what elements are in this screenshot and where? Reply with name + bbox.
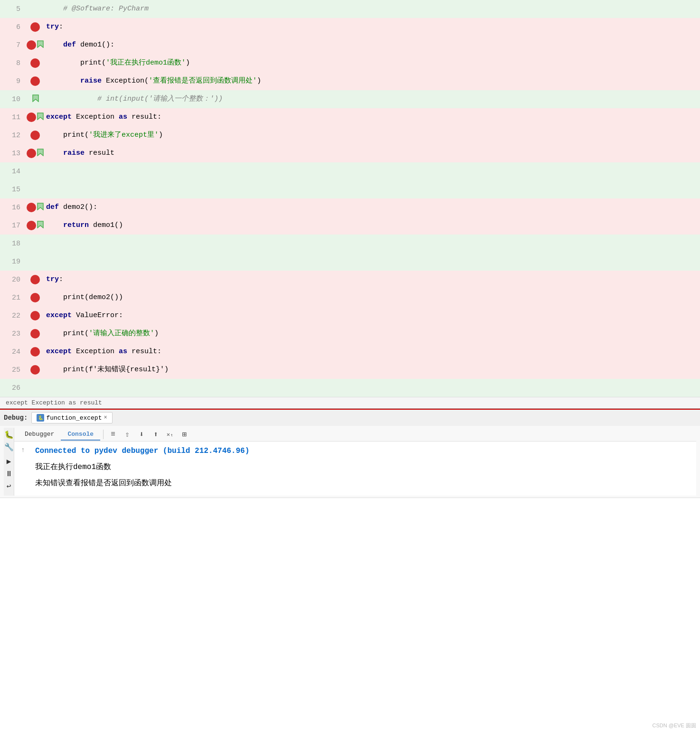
debug-tab-bar: Debug: 🐍 function_except × [0,409,700,426]
breakpoint-dot [30,329,40,338]
breakpoint-area[interactable] [26,221,44,231]
breakpoint-area[interactable] [26,149,44,159]
line-number: 5 [0,5,26,13]
editor-area: 5 # @Software: PyCharm6try:7 def demo1()… [0,0,700,408]
console-arrow: ↑ [21,445,35,454]
debugger-tab[interactable]: Debugger [18,429,61,441]
svg-marker-4 [38,203,43,210]
toolbar-btn-up-arrow[interactable]: ⬆ [149,428,162,441]
console-output: ↑Connected to pydev debugger (build 212.… [14,442,696,496]
code-text: demo1(): [80,41,114,49]
code-line-21: 21 print(demo2()) [0,289,700,307]
line-number: 13 [0,150,26,158]
code-line-14: 14 [0,162,700,180]
code-content [44,169,700,173]
breakpoint-area[interactable] [26,113,44,122]
line-number: 15 [0,186,26,194]
code-content: except Exception as result: [44,110,700,125]
play-icon[interactable]: ▶ [5,457,13,466]
toolbar-btn-close-thread[interactable]: ✕ₜ [163,428,177,441]
code-text: print(f'未知错误{result}') [46,366,169,374]
keyword: def [46,203,63,211]
console-line: 未知错误查看报错是否返回到函数调用处 [21,477,690,493]
line-number: 10 [0,95,26,103]
close-icon[interactable]: × [104,414,107,421]
breakpoint-area[interactable] [26,365,44,375]
breakpoint-area[interactable] [26,131,44,140]
return-icon[interactable]: ↩ [5,482,13,490]
code-text: Exception [76,113,119,121]
keyword: except [46,113,76,121]
breakpoint-area[interactable] [26,293,44,302]
debug-label: Debug: [4,414,28,422]
breakpoint-area[interactable] [26,275,44,284]
breakpoint-area[interactable] [26,22,44,32]
toolbar-btn-up-frame[interactable]: ⇧ [121,428,134,441]
breakpoint-area[interactable] [26,40,44,50]
status-text: except Exception as result [6,399,102,406]
code-text: ) [154,329,159,338]
console-text: 未知错误查看报错是否返回到函数调用处 [35,478,172,490]
code-text: demo2(): [63,203,97,211]
code-line-17: 17 return demo1() [0,216,700,235]
console-line: 我正在执行demo1函数 [21,460,690,477]
console-arrow [21,478,35,479]
breakpoint-area[interactable] [26,329,44,338]
breakpoint-dot [30,131,40,140]
code-line-20: 20try: [0,271,700,289]
string-literal: '我进来了except里' [89,131,159,139]
code-content: print(demo2()) [44,291,700,305]
breakpoint-dot [30,365,40,375]
code-text: ) [159,131,163,139]
breakpoint-dot [30,76,40,86]
code-text: print(demo2()) [46,293,123,301]
keyword: try [46,275,59,283]
line-number: 26 [0,384,26,392]
debug-tab[interactable]: 🐍 function_except × [31,412,112,423]
code-line-10: 10 # int(input('请输入一个整数：')) [0,90,700,108]
code-text: result: [127,113,161,121]
line-number: 9 [0,77,26,85]
code-text: ValueError: [76,311,123,320]
breakpoint-area[interactable] [26,203,44,213]
code-line-19: 19 [0,253,700,271]
wrench-icon[interactable]: 🔧 [5,443,13,451]
line-number: 7 [0,41,26,49]
toolbar-btn-menu[interactable]: ≡ [106,428,120,441]
breakpoint-area[interactable] [26,311,44,320]
console-tab[interactable]: Console [61,429,100,441]
code-text: : [59,275,63,283]
breakpoint-area[interactable] [26,76,44,86]
bug-icon[interactable]: 🐛 [5,431,13,439]
code-line-24: 24except Exception as result: [0,343,700,361]
code-text [46,221,63,229]
breakpoint-area[interactable] [26,347,44,357]
code-text [46,77,80,85]
bookmark-icon [37,203,44,213]
code-text: Exception( [106,77,149,85]
code-line-13: 13 raise result [0,144,700,162]
breakpoint-dot [30,58,40,68]
code-text: : [59,23,63,31]
keyword: as [119,113,127,121]
toolbar-separator [103,430,104,439]
status-bar: except Exception as result [0,397,700,408]
toolbar-btn-down-frame[interactable]: ⬇ [135,428,148,441]
code-content: except Exception as result: [44,345,700,359]
pause-icon[interactable]: ⏸ [5,470,13,478]
code-line-26: 26 [0,379,700,397]
breakpoint-area[interactable] [26,58,44,68]
bookmark-icon [37,149,44,159]
breakpoint-dot [30,275,40,284]
svg-marker-5 [38,221,43,228]
code-content: def demo2(): [44,200,700,215]
line-number: 12 [0,132,26,140]
bookmark-icon [37,113,44,122]
code-text: demo1() [93,221,123,229]
breakpoint-area[interactable] [26,94,44,104]
code-content [44,260,700,263]
toolbar-btn-grid[interactable]: ⊞ [178,428,191,441]
bookmark-icon [37,40,44,50]
line-number: 8 [0,59,26,67]
breakpoint-dot [30,311,40,320]
